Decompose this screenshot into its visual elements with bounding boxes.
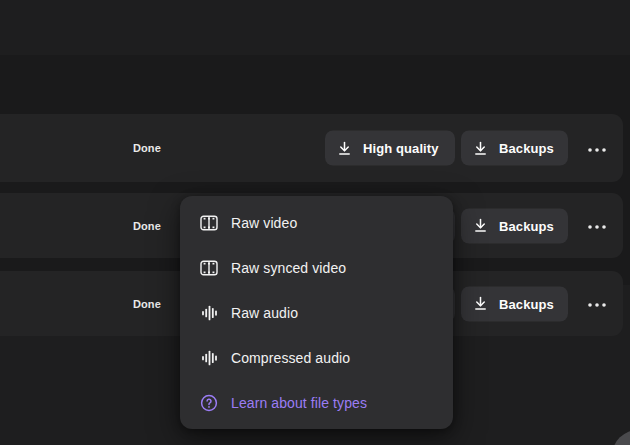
- button-label: Backups: [499, 218, 554, 233]
- menu-item-label: Learn about file types: [231, 395, 367, 411]
- download-high-quality-button[interactable]: High quality: [325, 131, 455, 166]
- film-icon: [200, 215, 218, 231]
- download-icon: [473, 140, 488, 156]
- recording-row: Done High quality Backups: [0, 114, 623, 182]
- download-backups-button[interactable]: Backups: [461, 286, 568, 321]
- menu-item-label: Raw video: [231, 215, 297, 231]
- waveform-icon: [200, 350, 218, 366]
- menu-item-raw-video[interactable]: Raw video: [180, 200, 453, 245]
- button-label: Backups: [499, 141, 554, 156]
- more-options-button[interactable]: [584, 135, 610, 161]
- learn-about-file-types-link[interactable]: Learn about file types: [180, 380, 453, 425]
- download-backups-button[interactable]: Backups: [461, 131, 568, 166]
- help-circle-icon: [200, 394, 218, 412]
- menu-item-label: Raw synced video: [231, 260, 346, 276]
- menu-item-label: Raw audio: [231, 305, 298, 321]
- menu-item-raw-audio[interactable]: Raw audio: [180, 290, 453, 335]
- status-badge: Done: [133, 142, 161, 154]
- menu-item-label: Compressed audio: [231, 350, 350, 366]
- waveform-icon: [200, 305, 218, 321]
- download-icon: [337, 140, 352, 156]
- button-label: High quality: [363, 141, 439, 156]
- menu-item-compressed-audio[interactable]: Compressed audio: [180, 335, 453, 380]
- more-options-button[interactable]: [584, 213, 610, 239]
- status-badge: Done: [133, 298, 161, 310]
- ellipsis-icon: [587, 218, 607, 233]
- status-badge: Done: [133, 220, 161, 232]
- download-icon: [473, 218, 488, 234]
- download-icon: [473, 296, 488, 312]
- ellipsis-icon: [587, 296, 607, 311]
- download-backups-button[interactable]: Backups: [461, 208, 568, 243]
- menu-item-raw-synced-video[interactable]: Raw synced video: [180, 245, 453, 290]
- ellipsis-icon: [587, 141, 607, 156]
- help-fab-button[interactable]: [612, 430, 630, 445]
- film-icon: [200, 260, 218, 276]
- download-options-menu: Raw video Raw synced video: [180, 196, 453, 429]
- button-label: Backups: [499, 296, 554, 311]
- more-options-button[interactable]: [584, 291, 610, 317]
